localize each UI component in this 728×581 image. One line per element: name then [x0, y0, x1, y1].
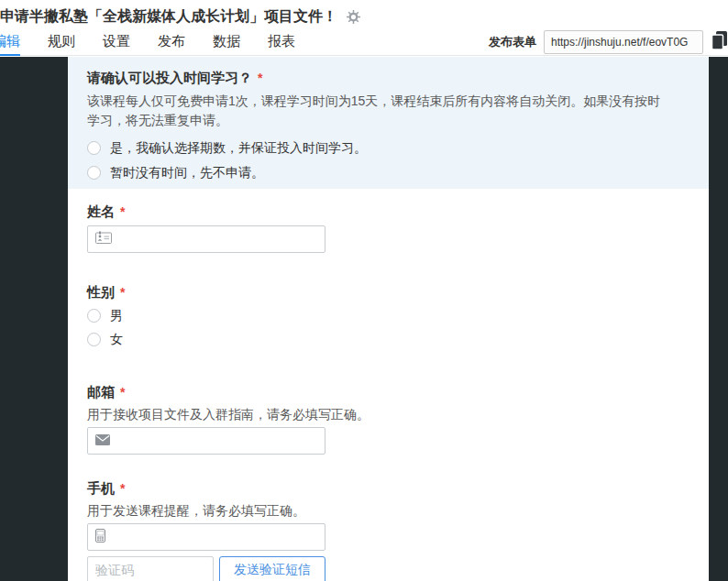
- tab-settings[interactable]: 设置: [103, 28, 130, 56]
- tab-data[interactable]: 数据: [213, 28, 240, 56]
- radio-icon: [87, 141, 101, 155]
- envelope-icon: [95, 433, 110, 449]
- question-title: 请确认可以投入时间学习？*: [87, 69, 690, 87]
- page-title: 申请半撇私塾「全栈新媒体人成长计划」项目文件！: [0, 7, 337, 27]
- tab-edit[interactable]: 编辑: [0, 28, 20, 56]
- radio-option-label: 是，我确认选择期数，并保证投入时间学习。: [110, 140, 367, 155]
- radio-option-male[interactable]: 男: [87, 308, 690, 323]
- required-asterisk: *: [258, 71, 262, 85]
- tabs: 编辑 规则 设置 发布 数据 报表: [0, 28, 323, 56]
- field-label-text: 姓名: [87, 203, 115, 219]
- copy-icon[interactable]: [711, 30, 728, 54]
- tab-reports[interactable]: 报表: [268, 28, 295, 56]
- radio-icon: [87, 309, 101, 323]
- field-name[interactable]: 姓名*: [87, 203, 690, 253]
- mobile-phone-icon: [95, 529, 105, 546]
- radio-option-label: 暂时没有时间，先不申请。: [110, 165, 264, 180]
- field-label-text: 性别: [87, 284, 115, 300]
- sms-verify-row: 发送验证短信: [87, 556, 690, 581]
- field-label: 邮箱*: [87, 384, 690, 400]
- phone-input[interactable]: [87, 523, 325, 551]
- title-row: 申请半撇私塾「全栈新媒体人成长计划」项目文件！: [0, 0, 728, 28]
- name-input[interactable]: [87, 225, 325, 253]
- form-sheet: 请确认可以投入时间学习？* 该课程每人仅可免费申请1次，课程学习时间为15天，课…: [68, 57, 709, 581]
- radio-option-confirm-no[interactable]: 暂时没有时间，先不申请。: [87, 165, 690, 180]
- question-description: 该课程每人仅可免费申请1次，课程学习时间为15天，课程结束后所有内容将自动关闭。…: [87, 92, 665, 130]
- email-input[interactable]: [87, 427, 325, 455]
- publish-form-label: 发布表单: [489, 34, 536, 50]
- field-description: 用于接收项目文件及入群指南，请务必填写正确。: [87, 405, 690, 423]
- field-description: 用于发送课程提醒，请务必填写正确。: [87, 501, 690, 520]
- required-asterisk: *: [120, 481, 125, 496]
- radio-option-female[interactable]: 女: [87, 332, 690, 346]
- tab-rules[interactable]: 规则: [48, 28, 75, 56]
- form-editor-screen: 申请半撇私塾「全栈新媒体人成长计划」项目文件！: [0, 0, 728, 581]
- field-phone[interactable]: 手机* 用于发送课程提醒，请务必填写正确。: [87, 480, 690, 581]
- required-asterisk: *: [120, 204, 125, 219]
- radio-icon: [87, 166, 101, 180]
- radio-option-label: 女: [110, 332, 123, 346]
- tab-bar: 编辑 规则 设置 发布 数据 报表 发布表单 https://jinshuju.…: [0, 28, 728, 56]
- radio-option-confirm-yes[interactable]: 是，我确认选择期数，并保证投入时间学习。: [87, 140, 690, 155]
- field-email[interactable]: 邮箱* 用于接收项目文件及入群指南，请务必填写正确。: [87, 384, 690, 455]
- publish-area: 发布表单 https://jinshuju.net/f/eovT0G: [489, 28, 728, 56]
- field-label-text: 邮箱: [87, 384, 115, 400]
- field-label: 性别*: [87, 284, 690, 301]
- field-label: 手机*: [87, 480, 690, 497]
- field-label-text: 手机: [87, 480, 115, 496]
- radio-icon: [87, 333, 101, 346]
- question-block-confirm-time[interactable]: 请确认可以投入时间学习？* 该课程每人仅可免费申请1次，课程学习时间为15天，课…: [68, 57, 709, 189]
- question-title-text: 请确认可以投入时间学习？: [87, 70, 252, 85]
- required-asterisk: *: [120, 285, 125, 300]
- tab-publish[interactable]: 发布: [158, 28, 185, 56]
- editor-canvas: 请确认可以投入时间学习？* 该课程每人仅可免费申请1次，课程学习时间为15天，课…: [0, 57, 728, 581]
- send-sms-button[interactable]: 发送验证短信: [219, 556, 325, 581]
- publish-url-input[interactable]: https://jinshuju.net/f/eovT0G: [544, 30, 703, 54]
- captcha-input[interactable]: [87, 556, 214, 581]
- gear-icon[interactable]: [347, 10, 360, 24]
- fields-area: 姓名*: [68, 203, 709, 581]
- topbar: 申请半撇私塾「全栈新媒体人成长计划」项目文件！: [0, 0, 728, 56]
- field-label: 姓名*: [87, 203, 690, 220]
- required-asterisk: *: [120, 385, 125, 400]
- id-card-icon: [95, 231, 112, 247]
- radio-option-label: 男: [110, 308, 123, 323]
- field-gender[interactable]: 性别* 男 女: [87, 284, 690, 346]
